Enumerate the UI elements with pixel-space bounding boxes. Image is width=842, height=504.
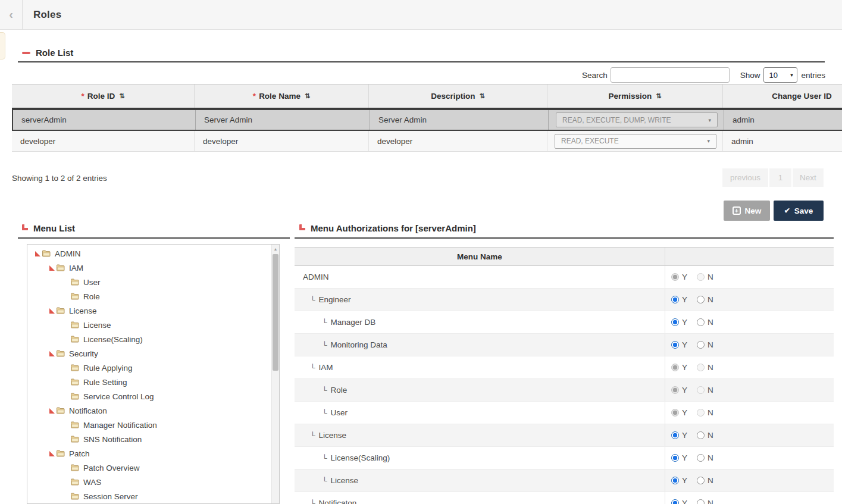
tree-item-license-leaf[interactable]: License xyxy=(27,318,279,332)
new-button[interactable]: + New xyxy=(724,201,770,221)
menu-auth-row-manager-db: └ Manager DB Y N xyxy=(295,311,834,334)
menu-auth-title: Menu Authorizations for [serverAdmin] xyxy=(311,223,476,233)
sort-icon: ⇅ xyxy=(656,92,661,100)
divider xyxy=(295,237,834,239)
folder-icon xyxy=(42,249,51,258)
folder-icon xyxy=(70,335,80,343)
expand-triangle-icon[interactable] xyxy=(48,265,56,271)
scrollbar-thumb[interactable] xyxy=(273,254,278,371)
menu-name-cell: └ Manager DB xyxy=(295,311,665,333)
cell-permission: READ, EXECUTE ▾ xyxy=(547,131,723,151)
tree-item-session-server[interactable]: Session Server xyxy=(27,489,279,503)
folder-icon xyxy=(56,264,65,272)
radio-no[interactable] xyxy=(697,477,705,484)
tree-item-rule-applying[interactable]: Rule Applying xyxy=(27,361,279,375)
tree-item-user[interactable]: User xyxy=(27,275,279,289)
expand-triangle-icon[interactable] xyxy=(48,408,56,414)
side-drawer-handle[interactable] xyxy=(0,32,5,60)
page-number-button[interactable]: 1 xyxy=(769,168,791,187)
radio-no[interactable] xyxy=(697,431,705,439)
next-page-button[interactable]: Next xyxy=(793,168,824,187)
column-header-role-id[interactable]: * Role ID ⇅ xyxy=(12,84,195,108)
radio-yes[interactable] xyxy=(671,296,679,303)
cell-change-user-id: admin xyxy=(724,110,842,130)
save-button[interactable]: ✔ Save xyxy=(774,201,824,221)
tree-item-label: Role xyxy=(83,292,100,301)
folder-icon xyxy=(70,392,80,400)
radio-no[interactable] xyxy=(697,454,705,462)
radio-yes[interactable] xyxy=(671,318,679,326)
tree-item-label: License(Scaling) xyxy=(83,335,143,344)
table-row-developer[interactable]: developer developer developer READ, EXEC… xyxy=(12,131,842,152)
tree-item-security[interactable]: Security xyxy=(27,346,279,361)
tree-item-role[interactable]: Role xyxy=(27,289,279,303)
radio-yes[interactable] xyxy=(671,499,679,504)
column-header-change-user-id: Change User ID xyxy=(723,84,842,108)
radio-no[interactable] xyxy=(697,318,705,326)
check-icon: ✔ xyxy=(784,206,790,215)
page-header: ‹ Roles xyxy=(0,0,842,30)
search-input[interactable] xyxy=(611,67,730,83)
radio-no[interactable] xyxy=(697,273,705,281)
tree-item-label: ADMIN xyxy=(55,249,81,258)
radio-yes[interactable] xyxy=(671,431,679,439)
cell-description: developer xyxy=(369,131,547,151)
radio-yes[interactable] xyxy=(671,273,679,281)
column-header-permission[interactable]: Permission ⇅ xyxy=(547,84,723,108)
folder-icon xyxy=(70,464,80,472)
radio-yes[interactable] xyxy=(671,341,679,349)
tree-item-manager-notification[interactable]: Manager Notification xyxy=(27,418,279,432)
expand-triangle-icon[interactable] xyxy=(48,451,56,456)
folder-icon xyxy=(70,435,80,443)
tree-item-service-control-log[interactable]: Service Control Log xyxy=(27,389,279,403)
menu-auth-row-license: └ License Y N xyxy=(295,424,834,447)
radio-yes[interactable] xyxy=(671,364,679,371)
tree-item-patch[interactable]: Patch xyxy=(27,446,279,461)
radio-no[interactable] xyxy=(697,341,705,349)
permission-dropdown[interactable]: READ, EXECUTE ▾ xyxy=(555,134,716,149)
branch-icon: └ xyxy=(310,499,315,504)
tree-item-admin[interactable]: ADMIN xyxy=(27,246,279,261)
show-label: Show xyxy=(740,71,760,80)
permission-dropdown[interactable]: READ, EXECUTE, DUMP, WRITE ▾ xyxy=(556,112,718,127)
tree-scrollbar[interactable]: ▲ xyxy=(271,245,279,504)
table-row-serveradmin[interactable]: serverAdmin Server Admin Server Admin RE… xyxy=(12,109,842,131)
tree-item-patch-overview[interactable]: Patch Overview xyxy=(27,461,279,475)
tree-item-notificaton[interactable]: Notificaton xyxy=(27,403,279,418)
back-button[interactable]: ‹ xyxy=(0,0,23,30)
page-size-select[interactable]: 10 ▼ xyxy=(763,67,797,83)
folder-icon xyxy=(56,449,65,458)
section-dash-icon xyxy=(22,52,30,54)
scroll-up-icon[interactable]: ▲ xyxy=(272,245,279,253)
radio-yes[interactable] xyxy=(671,386,679,394)
tree-item-rule-setting[interactable]: Rule Setting xyxy=(27,375,279,389)
expand-triangle-icon[interactable] xyxy=(48,308,56,314)
back-chevron-icon: ‹ xyxy=(9,8,13,21)
column-header-role-name[interactable]: * Role Name ⇅ xyxy=(195,84,369,108)
radio-no[interactable] xyxy=(697,364,705,371)
radio-yes[interactable] xyxy=(671,454,679,462)
radio-yes[interactable] xyxy=(671,409,679,417)
menu-auth-row-admin: ADMIN Y N xyxy=(295,266,834,289)
radio-yes[interactable] xyxy=(671,477,679,484)
radio-no[interactable] xyxy=(697,499,705,504)
folder-icon xyxy=(70,321,80,329)
dropdown-caret-icon: ▾ xyxy=(708,117,711,123)
tree-item-iam[interactable]: IAM xyxy=(27,261,279,275)
radio-no[interactable] xyxy=(697,386,705,394)
tree-item-was[interactable]: WAS xyxy=(27,475,279,489)
tree-item-license[interactable]: License xyxy=(27,303,279,318)
expand-triangle-icon[interactable] xyxy=(48,351,56,356)
tree-item-license-scaling[interactable]: License(Scaling) xyxy=(27,332,279,346)
column-header-description[interactable]: Description ⇅ xyxy=(369,84,547,108)
divider xyxy=(18,237,290,239)
radio-no[interactable] xyxy=(697,296,705,303)
tree-item-sns-notification[interactable]: SNS Notification xyxy=(27,432,279,446)
branch-icon: └ xyxy=(322,318,327,327)
tree-item-label: Security xyxy=(69,349,98,358)
branch-icon: └ xyxy=(322,477,327,485)
previous-page-button[interactable]: previous xyxy=(722,168,768,187)
radio-no[interactable] xyxy=(697,409,705,417)
expand-triangle-icon[interactable] xyxy=(33,251,42,256)
tree-item-label: SNS Notification xyxy=(83,435,142,444)
